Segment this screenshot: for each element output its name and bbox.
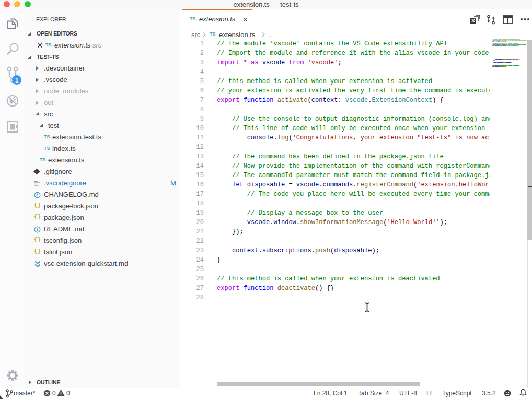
svg-text:1: 1 bbox=[15, 77, 19, 84]
